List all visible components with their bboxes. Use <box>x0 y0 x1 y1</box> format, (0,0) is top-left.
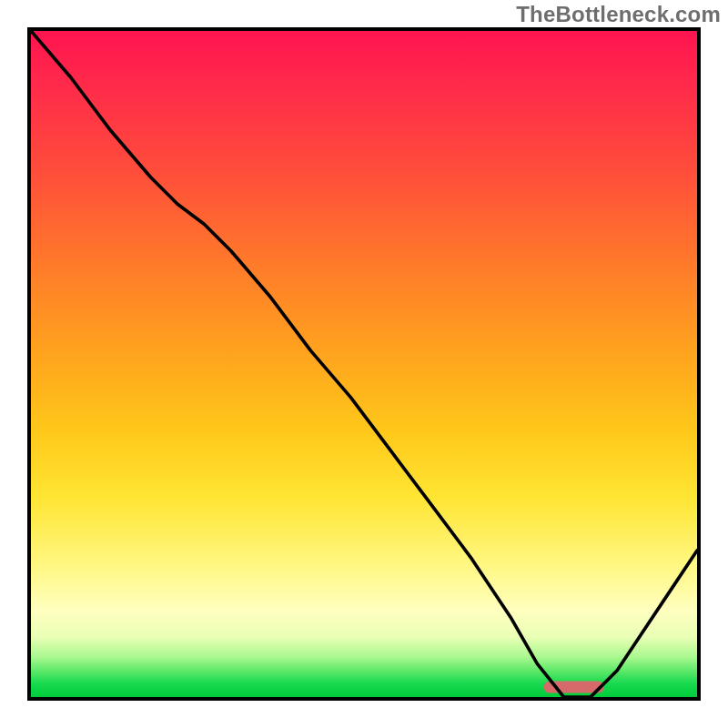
plot-frame <box>27 27 701 701</box>
chart-stage: TheBottleneck.com <box>0 0 728 728</box>
plot-inner <box>31 31 697 697</box>
bottleneck-curve <box>31 31 697 697</box>
watermark-text: TheBottleneck.com <box>516 2 721 27</box>
bottleneck-curve-svg <box>31 31 697 697</box>
